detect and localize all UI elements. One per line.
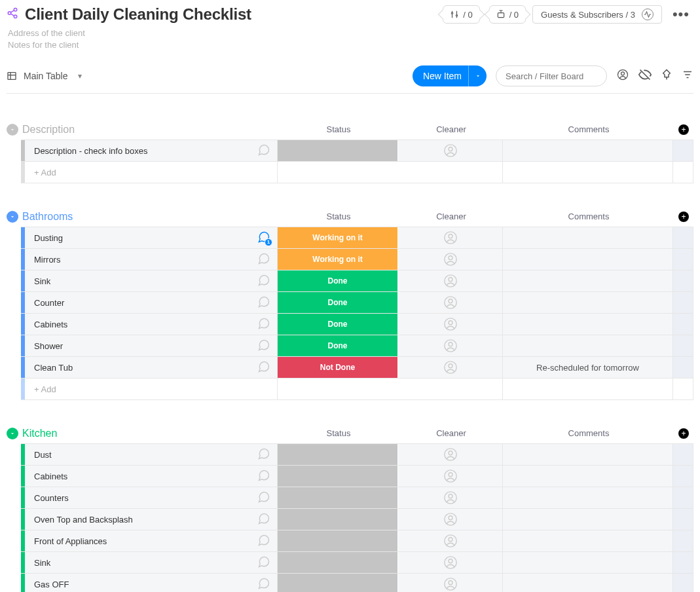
- new-item-dropdown[interactable]: [468, 65, 487, 86]
- cleaner-cell[interactable]: [398, 530, 503, 551]
- cleaner-cell[interactable]: [398, 292, 503, 313]
- share-icon[interactable]: [7, 7, 18, 22]
- add-column-button[interactable]: +: [678, 124, 689, 135]
- chat-icon[interactable]: [257, 512, 270, 527]
- comments-cell[interactable]: [503, 530, 673, 551]
- comments-cell[interactable]: [503, 509, 673, 530]
- row-name-cell[interactable]: Counter: [25, 292, 278, 313]
- chat-icon[interactable]: [257, 339, 270, 354]
- table-row[interactable]: Cabinets Done: [21, 314, 693, 335]
- hide-icon[interactable]: [638, 68, 652, 84]
- comments-cell[interactable]: [503, 552, 673, 573]
- status-cell[interactable]: Done: [278, 335, 398, 356]
- add-column-button[interactable]: +: [678, 428, 689, 439]
- status-cell[interactable]: Working on it: [278, 249, 398, 270]
- status-cell[interactable]: [278, 552, 398, 573]
- column-header-cleaner[interactable]: Cleaner: [399, 428, 504, 439]
- comments-cell[interactable]: [503, 335, 673, 356]
- column-header-cleaner[interactable]: Cleaner: [399, 212, 504, 222]
- comments-cell[interactable]: [503, 466, 673, 487]
- guests-pill[interactable]: Guests & Subscribers / 3: [532, 5, 662, 24]
- row-name-cell[interactable]: Sink: [25, 270, 278, 291]
- table-row[interactable]: Cabinets: [21, 466, 693, 487]
- filter-icon[interactable]: [682, 69, 693, 83]
- status-cell[interactable]: [278, 509, 398, 530]
- table-row[interactable]: Shower Done: [21, 335, 693, 357]
- group-name[interactable]: Kitchen: [22, 428, 57, 439]
- chat-icon[interactable]: [257, 534, 270, 549]
- comments-cell[interactable]: [503, 249, 673, 270]
- row-name-cell[interactable]: Counters: [25, 487, 278, 508]
- table-row[interactable]: Oven Top and Backsplash: [21, 509, 693, 530]
- comments-cell[interactable]: [503, 292, 673, 313]
- table-row[interactable]: Sink Done: [21, 270, 693, 292]
- add-column-button[interactable]: +: [678, 212, 689, 222]
- cleaner-cell[interactable]: [398, 552, 503, 573]
- cleaner-cell[interactable]: [398, 444, 503, 465]
- table-row[interactable]: Sink: [21, 552, 693, 574]
- row-name-cell[interactable]: Clean Tub: [25, 357, 278, 378]
- cleaner-cell[interactable]: [398, 270, 503, 291]
- comments-cell[interactable]: [503, 270, 673, 291]
- cleaner-cell[interactable]: [398, 249, 503, 270]
- row-name-cell[interactable]: Oven Top and Backsplash: [25, 509, 278, 530]
- row-name-cell[interactable]: Sink: [25, 552, 278, 573]
- table-row[interactable]: Clean Tub Not Done Re-scheduled for tomo…: [21, 357, 693, 379]
- comments-cell[interactable]: [503, 574, 673, 592]
- person-filter-icon[interactable]: [616, 68, 629, 84]
- status-cell[interactable]: Not Done: [278, 357, 398, 378]
- status-cell[interactable]: [278, 140, 398, 161]
- comments-cell[interactable]: [503, 444, 673, 465]
- cleaner-cell[interactable]: [398, 335, 503, 356]
- chat-icon[interactable]: [257, 577, 270, 592]
- row-name-cell[interactable]: Mirrors: [25, 249, 278, 270]
- comments-cell[interactable]: [503, 487, 673, 508]
- table-row[interactable]: Mirrors Working on it: [21, 249, 693, 270]
- group-name[interactable]: Description: [22, 124, 75, 136]
- board-subtitle[interactable]: Address of the client Notes for the clie…: [7, 28, 693, 51]
- add-row[interactable]: + Add: [21, 379, 693, 400]
- new-item-button[interactable]: New Item: [413, 65, 487, 86]
- row-name-cell[interactable]: Dusting 1: [25, 227, 278, 248]
- group-collapse-button[interactable]: [7, 211, 18, 223]
- cleaner-cell[interactable]: [398, 314, 503, 335]
- comments-cell[interactable]: Re-scheduled for tomorrow: [503, 357, 673, 378]
- row-name-cell[interactable]: Dust: [25, 444, 278, 465]
- status-cell[interactable]: Working on it: [278, 227, 398, 248]
- cleaner-cell[interactable]: [398, 487, 503, 508]
- row-name-cell[interactable]: Gas OFF: [25, 574, 278, 592]
- pin-icon[interactable]: [661, 69, 672, 83]
- table-row[interactable]: Counters: [21, 487, 693, 509]
- view-selector[interactable]: Main Table ▾: [7, 71, 82, 81]
- status-cell[interactable]: [278, 487, 398, 508]
- chat-icon[interactable]: [257, 447, 270, 462]
- comments-cell[interactable]: [503, 227, 673, 248]
- board-title[interactable]: Client Daily Cleaning Checklist: [25, 5, 251, 24]
- row-name-cell[interactable]: Cabinets: [25, 466, 278, 487]
- column-header-status[interactable]: Status: [278, 124, 399, 135]
- table-row[interactable]: Dust: [21, 444, 693, 466]
- more-menu-icon[interactable]: •••: [669, 6, 693, 23]
- chat-icon[interactable]: [257, 469, 270, 484]
- column-header-status[interactable]: Status: [278, 428, 399, 439]
- cleaner-cell[interactable]: [398, 357, 503, 378]
- table-row[interactable]: Description - check info boxes: [21, 140, 693, 162]
- automations-pill[interactable]: / 0: [489, 5, 526, 24]
- row-name-cell[interactable]: Cabinets: [25, 314, 278, 335]
- table-row[interactable]: Dusting 1 Working on it: [21, 227, 693, 249]
- column-header-comments[interactable]: Comments: [504, 212, 674, 222]
- table-row[interactable]: Gas OFF: [21, 574, 693, 592]
- chat-icon[interactable]: [257, 274, 270, 289]
- column-header-comments[interactable]: Comments: [504, 124, 674, 135]
- search-input-wrap[interactable]: [496, 65, 607, 86]
- cleaner-cell[interactable]: [398, 509, 503, 530]
- add-row-label[interactable]: + Add: [25, 162, 278, 183]
- chat-icon[interactable]: [257, 555, 270, 570]
- status-cell[interactable]: [278, 574, 398, 592]
- group-collapse-button[interactable]: [7, 428, 18, 439]
- comments-cell[interactable]: [503, 140, 673, 161]
- search-input[interactable]: [506, 71, 597, 81]
- group-collapse-button[interactable]: [7, 124, 18, 136]
- chat-icon[interactable]: [257, 295, 270, 310]
- table-row[interactable]: Counter Done: [21, 292, 693, 314]
